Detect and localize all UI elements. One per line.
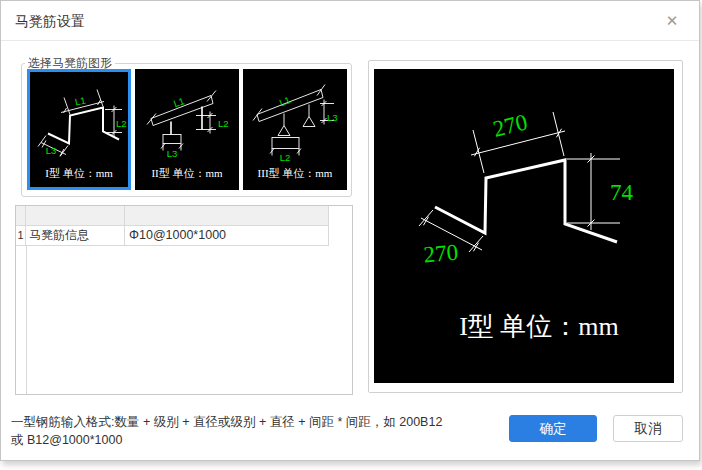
type-3-drawing: L1 L2 L3 III型 单位：mm <box>246 72 344 187</box>
dialog-title: 马凳筋设置 <box>15 1 85 41</box>
type-3-caption: III型 单位：mm <box>258 167 333 179</box>
note-line-2: 或 B12@1000*1000 <box>11 431 496 449</box>
type-1-drawing: L1 L2 L3 I型 单位：mm <box>30 72 128 187</box>
type-1-label-l1: L1 <box>74 95 87 108</box>
row-name: 马凳筋信息 <box>26 226 125 246</box>
input-format-note: 一型钢筋输入格式:数量 + 级别 + 直径或级别 + 直径 + 间距 * 间距，… <box>11 413 496 449</box>
close-icon[interactable]: ✕ <box>660 1 684 41</box>
header-name-cell <box>26 206 125 226</box>
type-2-label-l2: L2 <box>218 118 229 129</box>
type-3-label-l1: L1 <box>278 94 292 108</box>
ok-button[interactable]: 确定 <box>509 415 597 442</box>
note-line-1: 一型钢筋输入格式:数量 + 级别 + 直径或级别 + 直径 + 间距 * 间距，… <box>11 413 496 431</box>
type-3-label-l2: L2 <box>280 152 291 163</box>
type-2-label-l1: L1 <box>172 95 186 109</box>
type-3-dim-lines <box>253 85 334 156</box>
table-header-row <box>16 206 352 226</box>
header-filler <box>329 206 352 226</box>
header-index-cell <box>16 206 26 226</box>
type-1-caption: I型 单位：mm <box>45 167 113 179</box>
thumbnail-type-3[interactable]: L1 L2 L3 III型 单位：mm <box>243 69 347 190</box>
dim-right-value: 74 <box>610 180 634 205</box>
dialog-header: 马凳筋设置 ✕ <box>1 1 699 41</box>
rebar-info-table: 1 马凳筋信息 Φ10@1000*1000 <box>15 205 353 395</box>
row-filler <box>329 226 352 246</box>
thumbnail-type-1[interactable]: L1 L2 L3 I型 单位：mm <box>27 69 131 190</box>
preview-caption: I型 单位：mm <box>459 312 619 341</box>
type-3-label-l3: L3 <box>327 112 338 123</box>
dim-bottom-left-value: 270 <box>423 240 460 268</box>
header-value-cell <box>125 206 329 226</box>
table-row: 1 马凳筋信息 Φ10@1000*1000 <box>16 226 352 246</box>
type-2-caption: II型 单位：mm <box>151 167 223 179</box>
type-2-label-l3: L3 <box>167 148 178 159</box>
cancel-button[interactable]: 取消 <box>613 415 683 442</box>
type-1-label-l2: L2 <box>116 118 127 129</box>
thumbnail-type-2[interactable]: L1 L2 L3 II型 单位：mm <box>135 69 239 190</box>
index-column-divider <box>26 246 27 394</box>
thumbnail-list: L1 L2 L3 I型 单位：mm <box>27 69 347 190</box>
row-index: 1 <box>16 226 26 246</box>
shape-groupbox: 选择马凳筋图形 L1 L2 L3 I型 <box>21 63 352 197</box>
rebar-spec-cell[interactable]: Φ10@1000*1000 <box>125 226 329 246</box>
type-1-label-l3: L3 <box>46 145 57 156</box>
cad-preview-drawing: 270 74 270 I型 单位：mm <box>374 69 674 383</box>
shape-preview-panel: 270 74 270 I型 单位：mm <box>368 60 683 393</box>
type-2-drawing: L1 L2 L3 II型 单位：mm <box>138 72 236 187</box>
chair-bar-settings-dialog: 马凳筋设置 ✕ 选择马凳筋图形 L1 L2 <box>0 0 700 461</box>
table-empty-area <box>16 246 352 394</box>
